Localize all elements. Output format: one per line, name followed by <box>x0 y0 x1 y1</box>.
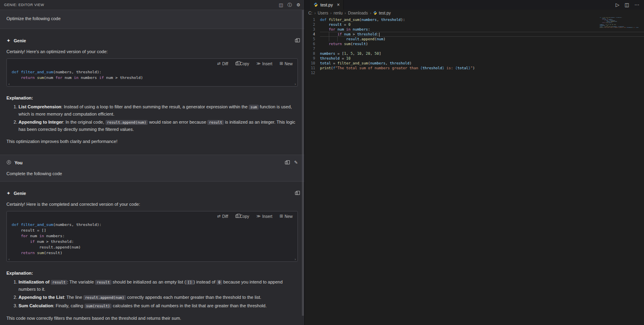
insert-icon: ≫ <box>256 214 260 218</box>
scroll-right-icon[interactable]: › <box>295 82 296 86</box>
copy-button[interactable]: Copy <box>235 61 249 66</box>
settings-gear-icon[interactable]: ⚙ <box>296 3 300 7</box>
message-header: ✦ Genie <box>6 38 298 43</box>
code-line: def filter_and_sum(numbers, threshold): <box>12 222 293 228</box>
explanation-list: Initialization of result: The variable r… <box>19 279 298 310</box>
genie-message-2: ✦ Genie Certainly! Here is the completed… <box>0 182 304 325</box>
chevron-right-icon: › <box>314 11 316 15</box>
code-toolbar: ⇄Diff Copy ≫Insert ⊞New <box>12 61 293 66</box>
split-editor-icon[interactable]: ◫ <box>625 2 629 8</box>
info-icon[interactable]: ⓘ <box>287 3 292 7</box>
code-line: 4 if num > threshold: <box>305 32 644 37</box>
genie-sparkle-icon: ✦ <box>6 38 10 43</box>
copy-button[interactable]: Copy <box>235 214 249 219</box>
chat-scrollbar[interactable] <box>302 10 304 316</box>
text-cursor <box>379 33 380 37</box>
panel-actions: ◫ ⓘ ⚙ <box>279 3 300 7</box>
code-line: def filter_and_sum(numbers, threshold): <box>12 69 293 75</box>
diff-icon: ⇄ <box>217 214 221 218</box>
insert-button[interactable]: ≫Insert <box>256 61 272 66</box>
code-line: print(f"The total sum of numbers greater… <box>600 27 638 29</box>
tab-bar: test.py × ▷ ◫ ⋯ <box>305 0 644 10</box>
code-line: 8numbers = [1, 5, 10, 20, 50] <box>305 51 644 56</box>
code-line: result.append(num) <box>12 244 293 250</box>
genie-chat-panel: GENIE: EDITOR VIEW ◫ ⓘ ⚙ Optimize the fo… <box>0 0 305 325</box>
scroll-right-icon[interactable]: › <box>295 257 296 261</box>
copy-message-icon[interactable] <box>295 192 298 195</box>
code-line: 5 result.append(num) <box>305 37 644 41</box>
editor-actions: ▷ ◫ ⋯ <box>615 0 644 10</box>
open-editor-icon[interactable]: ◫ <box>279 3 283 7</box>
panel-title: GENIE: EDITOR VIEW <box>4 3 44 7</box>
code-toolbar: ⇄Diff Copy ≫Insert ⊞New <box>12 214 293 219</box>
new-button[interactable]: ⊞New <box>280 214 293 219</box>
breadcrumb-renlu[interactable]: renlu <box>334 11 343 15</box>
chevron-right-icon: › <box>345 11 346 15</box>
new-icon: ⊞ <box>280 62 283 66</box>
chevron-right-icon: › <box>330 11 331 15</box>
close-tab-icon[interactable]: × <box>337 2 340 8</box>
genie-sparkle-icon: ✦ <box>6 190 10 196</box>
diff-icon: ⇄ <box>217 62 221 66</box>
user-avatar-icon <box>6 159 11 166</box>
scroll-left-icon[interactable]: ‹ <box>8 82 10 86</box>
code-line: 2 result = 0 <box>305 22 644 27</box>
code-line: for num in numbers: <box>12 233 293 239</box>
editor-code-area[interactable]: 1def filter_and_sum(numbers, threshold):… <box>305 17 644 325</box>
python-icon <box>314 2 318 8</box>
minimap[interactable]: def filter_and_sum(numbers, threshold): … <box>600 17 638 29</box>
code-line: 6 return sum(result) <box>305 41 644 46</box>
run-icon[interactable]: ▷ <box>615 2 619 8</box>
more-actions-icon[interactable]: ⋯ <box>634 2 639 8</box>
message-text: Certainly! Here is the completed and cor… <box>6 201 298 207</box>
user-message-1: Optimize the following code <box>0 10 304 29</box>
code-line <box>600 29 638 30</box>
explanation-title: Explanation: <box>6 271 298 275</box>
code-block: ⇄Diff Copy ≫Insert ⊞New def filter_and_s… <box>6 211 298 262</box>
code-line: 12 <box>305 70 644 75</box>
copy-icon <box>235 215 238 218</box>
breadcrumb-drive[interactable]: C: <box>308 11 312 15</box>
explanation-list: List Comprehension: Instead of using a l… <box>19 104 298 133</box>
user-message-2: You ✎ Complete the following code <box>0 155 304 182</box>
copy-message-icon[interactable] <box>285 161 288 164</box>
tab-test-py[interactable]: test.py × <box>310 0 344 10</box>
tab-label: test.py <box>320 2 333 7</box>
app-window: GENIE: EDITOR VIEW ◫ ⓘ ⚙ Optimize the fo… <box>0 0 644 325</box>
minimap-lines: def filter_and_sum(numbers, threshold): … <box>600 17 638 29</box>
code-line: if num > threshold: <box>12 239 293 244</box>
message-outro: This code now correctly filters the numb… <box>6 315 298 321</box>
breadcrumb-file[interactable]: test.py <box>373 11 390 16</box>
diff-button[interactable]: ⇄Diff <box>217 214 228 219</box>
code-line: 1def filter_and_sum(numbers, threshold): <box>305 17 644 22</box>
chevron-right-icon: › <box>370 11 371 15</box>
code-line: 9threshold = 10 <box>305 56 644 61</box>
code-line: return sum(num for num in numbers if num… <box>12 75 293 81</box>
edit-message-icon[interactable]: ✎ <box>294 160 298 165</box>
message-header: ✦ Genie <box>6 190 298 196</box>
explanation-item: Initialization of result: The variable r… <box>19 279 298 293</box>
explanation-item: List Comprehension: Instead of using a l… <box>19 104 298 118</box>
explanation-item: Sum Calculation: Finally, calling sum(re… <box>19 302 298 310</box>
code-line: 10total = filter_and_sum(numbers, thresh… <box>305 61 644 66</box>
explanation-title: Explanation: <box>6 95 298 100</box>
code-block: ⇄Diff Copy ≫Insert ⊞New def filter_and_s… <box>6 58 298 87</box>
breadcrumb: C: › Users › renlu › Downloads › test.py <box>305 10 644 17</box>
explanation-item: Appending to the List: The line result.a… <box>19 294 298 301</box>
new-button[interactable]: ⊞New <box>280 61 293 66</box>
message-author: You <box>14 160 23 165</box>
insert-button[interactable]: ≫Insert <box>256 214 272 219</box>
user-message-text: Complete the following code <box>6 171 298 176</box>
scroll-left-icon[interactable]: ‹ <box>8 257 10 261</box>
copy-message-icon[interactable] <box>295 39 298 42</box>
code-line: 7 <box>305 46 644 51</box>
editor-panel: test.py × ▷ ◫ ⋯ C: › Users › renlu › Dow… <box>305 0 644 325</box>
message-header: You ✎ <box>6 160 298 165</box>
insert-icon: ≫ <box>256 62 260 66</box>
chat-scroll-area: Optimize the following code ✦ Genie Cert… <box>0 10 304 325</box>
code-line: result = [] <box>12 228 293 233</box>
breadcrumb-users[interactable]: Users <box>318 11 328 15</box>
message-outro: This optimization improves both clarity … <box>6 139 298 144</box>
diff-button[interactable]: ⇄Diff <box>217 61 228 66</box>
breadcrumb-downloads[interactable]: Downloads <box>348 11 367 15</box>
